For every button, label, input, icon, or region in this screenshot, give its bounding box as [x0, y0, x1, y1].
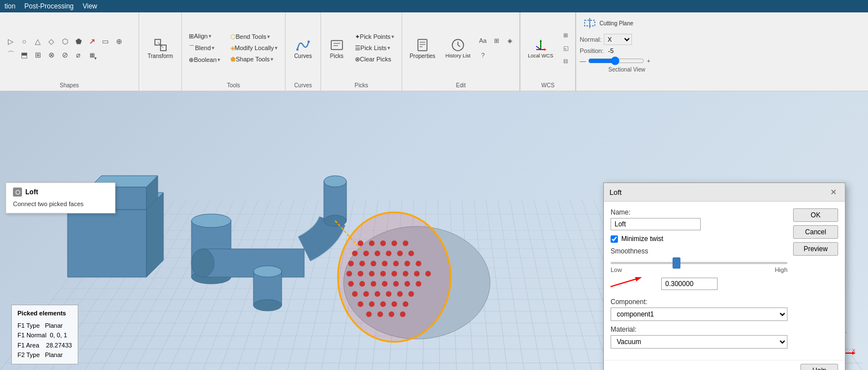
shape-icon-13[interactable]: ⊗	[45, 48, 57, 61]
svg-point-42	[369, 240, 375, 246]
menu-item-tion[interactable]: tion	[5, 2, 15, 10]
svg-point-71	[393, 281, 399, 287]
menu-item-view[interactable]: View	[83, 2, 97, 10]
wcs-group: Local WCS ⊞ ◱ ⊟ WCS	[520, 12, 576, 91]
svg-point-79	[408, 291, 414, 297]
dialog-close-button[interactable]: ✕	[828, 186, 839, 198]
svg-point-68	[359, 281, 365, 287]
dialog-title: Loft	[609, 188, 622, 197]
shape-icon-15[interactable]: ⌀	[72, 48, 84, 61]
scene-svg	[34, 108, 541, 350]
minimize-twist-checkbox[interactable]	[611, 235, 618, 243]
svg-point-74	[352, 291, 358, 297]
svg-point-55	[382, 261, 388, 266]
svg-point-88	[400, 311, 406, 317]
shape-icon-6[interactable]: ⬟	[72, 35, 84, 47]
svg-point-56	[393, 261, 399, 266]
name-input[interactable]	[611, 218, 701, 230]
svg-point-40	[338, 212, 451, 342]
shape-icon-5[interactable]: ⬡	[59, 35, 71, 47]
wcs-icon-3[interactable]: ⊟	[559, 55, 572, 67]
svg-point-57	[404, 261, 410, 266]
bend-tools-dropdown-arrow: ▼	[266, 34, 271, 39]
shape-icon-9[interactable]: ⊕	[113, 35, 125, 47]
svg-point-82	[380, 301, 386, 307]
edit-icon-1[interactable]: Aa	[477, 34, 489, 47]
pick-lists-button[interactable]: ☰ Pick Lists ▼	[351, 43, 398, 54]
sectional-group: Cutting Plane Normal: X Position: -5 — +	[576, 12, 677, 91]
svg-point-67	[348, 281, 354, 287]
shape-icon-12[interactable]: ⊞	[32, 48, 44, 61]
align-icon: ⊞	[189, 33, 194, 40]
wcs-group-label: WCS	[541, 82, 554, 88]
shape-icon-11[interactable]: ⬒	[18, 48, 30, 61]
shape-icon-7[interactable]: ↗	[86, 35, 98, 47]
bend-tools-button[interactable]: ⬡ Bend Tools ▼	[227, 32, 282, 42]
transform-items: Transform	[144, 15, 177, 81]
menu-item-post-processing[interactable]: Post-Processing	[24, 2, 73, 10]
slider-value-input[interactable]	[661, 278, 718, 290]
svg-point-66	[425, 271, 431, 277]
shape-icon-1[interactable]: ▷	[5, 35, 17, 47]
blend-button[interactable]: ⌒ Blend ▼	[185, 42, 224, 54]
svg-point-3	[296, 48, 299, 51]
svg-point-47	[363, 251, 369, 256]
boolean-dropdown-arrow: ▼	[217, 57, 221, 63]
local-wcs-button[interactable]: Local WCS	[524, 35, 557, 61]
info-row-1: F1 Type Planar	[17, 321, 72, 331]
shape-icon-4[interactable]: ◇	[45, 35, 57, 47]
name-row: Name:	[611, 208, 787, 230]
main-area: Picked elements F1 Type Planar F1 Normal…	[0, 91, 868, 370]
shapes-icons-container: ▷ ○ △ ◇ ⬡ ⬟ ↗ ▭ ⊕ ⌒ ⬒ ⊞ ⊗ ⊘ ⌀	[5, 15, 134, 81]
cancel-button[interactable]: Cancel	[793, 225, 838, 239]
svg-point-86	[377, 311, 383, 317]
wcs-icon-1[interactable]: ⊞	[559, 29, 572, 41]
help-button[interactable]: Help	[800, 364, 838, 370]
wcs-icon-2[interactable]: ◱	[559, 42, 572, 54]
svg-point-62	[380, 271, 386, 277]
svg-point-65	[414, 271, 420, 277]
dialog-titlebar: Loft ✕	[604, 183, 845, 202]
edit-icon-4[interactable]: ?	[477, 49, 489, 61]
properties-button[interactable]: Properties	[406, 35, 439, 61]
boolean-button[interactable]: ⊕ Boolean ▼	[185, 55, 224, 65]
curves-button[interactable]: Curves	[290, 35, 316, 61]
ok-button[interactable]: OK	[793, 208, 838, 222]
material-label: Material:	[611, 326, 787, 333]
picks-items: Picks ✦ Pick Points ▼ ☰ Pick Lists ▼ ⊗	[324, 15, 398, 81]
shapes-icons-grid: ▷ ○ △ ◇ ⬡ ⬟ ↗ ▭ ⊕ ⌒ ⬒ ⊞ ⊗ ⊘ ⌀	[5, 35, 134, 61]
shape-icon-16[interactable]: ▦ ▼	[86, 48, 98, 61]
pick-points-button[interactable]: ✦ Pick Points ▼	[351, 32, 398, 42]
shape-icon-8[interactable]: ▭	[99, 35, 112, 47]
svg-point-44	[391, 240, 397, 246]
boolean-icon: ⊕	[189, 56, 194, 64]
align-button[interactable]: ⊞ Align ▼	[185, 31, 224, 42]
svg-point-48	[375, 251, 380, 256]
normal-select[interactable]: X	[604, 34, 632, 45]
modify-locally-button[interactable]: ◈ Modify Locally ▼	[227, 43, 282, 54]
position-slider[interactable]	[588, 56, 644, 65]
shape-icon-3[interactable]: △	[32, 35, 44, 47]
slider-thumb[interactable]	[673, 257, 680, 269]
edit-icon-2[interactable]: ⊞	[490, 34, 502, 47]
slider-track	[611, 262, 787, 264]
shape-icon-2[interactable]: ○	[18, 35, 30, 47]
shape-icon-14[interactable]: ⊘	[59, 48, 71, 61]
picks-button[interactable]: Picks	[324, 35, 349, 61]
preview-button[interactable]: Preview	[793, 242, 838, 256]
clear-picks-button[interactable]: ⊗ Clear Picks	[351, 54, 398, 65]
svg-point-85	[366, 311, 372, 317]
transform-button[interactable]: Transform	[144, 35, 177, 61]
wcs-items: Local WCS ⊞ ◱ ⊟	[524, 15, 572, 81]
cutting-plane-button[interactable]: Cutting Plane	[580, 15, 674, 32]
material-select[interactable]: Vacuum	[611, 335, 787, 349]
shape-tools-icon: ⬟	[230, 56, 236, 63]
low-label: Low	[611, 266, 622, 273]
history-list-button[interactable]: History List	[442, 35, 475, 61]
shape-tools-button[interactable]: ⬟ Shape Tools ▼	[227, 54, 282, 65]
component-select[interactable]: component1	[611, 307, 787, 321]
edit-icon-3[interactable]: ◈	[504, 34, 516, 47]
svg-marker-18	[540, 39, 542, 42]
shape-icon-10[interactable]: ⌒	[5, 48, 17, 61]
shapes-group-label: Shapes	[60, 82, 79, 88]
